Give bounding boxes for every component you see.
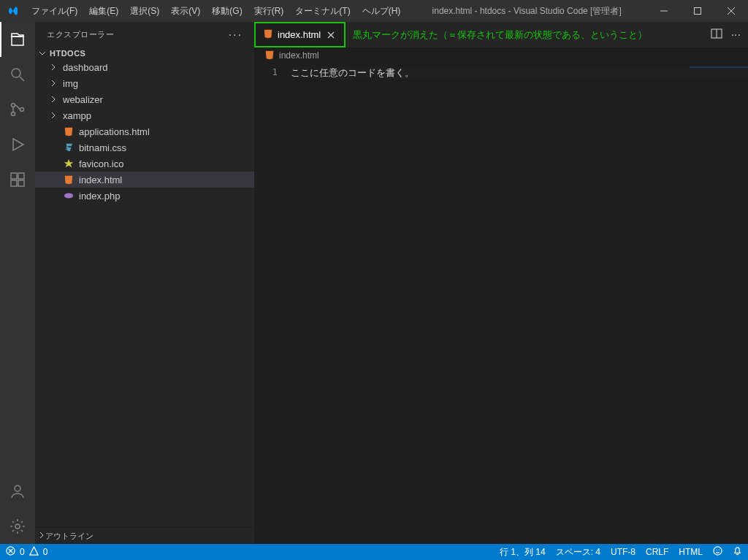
minimap-indicator (690, 66, 748, 68)
menu-edit[interactable]: 編集(E) (83, 0, 124, 22)
menu-select[interactable]: 選択(S) (124, 0, 165, 22)
svg-point-9 (20, 108, 24, 112)
chevron-right-icon (48, 64, 58, 71)
svg-rect-11 (18, 173, 24, 179)
svg-rect-10 (11, 173, 17, 179)
tree-item-webalizer[interactable]: webalizer (35, 91, 254, 107)
tree-item-xampp[interactable]: xampp (35, 107, 254, 123)
tree-item-label: xampp (63, 110, 91, 121)
activity-explorer[interactable] (0, 22, 35, 57)
chevron-down-icon (38, 50, 47, 57)
tree-item-label: applications.html (79, 126, 150, 137)
svg-point-5 (12, 69, 20, 77)
status-encoding[interactable]: UTF-8 (611, 547, 636, 557)
menu-view[interactable]: 表示(V) (165, 0, 206, 22)
outline-section[interactable]: アウトライン (35, 528, 254, 544)
fav-file-icon (63, 158, 75, 169)
tree-item-label: favicon.ico (79, 158, 123, 169)
tree-item-label: index.php (79, 191, 120, 202)
split-editor-icon[interactable] (711, 28, 722, 42)
tree-item-applications-html[interactable]: applications.html (35, 123, 254, 139)
tree-item-index-html[interactable]: index.html (35, 172, 254, 188)
annotation-text: 黒丸マークが消えた（＝保存されて最新の状態である、ということ） (346, 22, 654, 47)
menu-file[interactable]: ファイル(F) (26, 0, 83, 22)
breadcrumb-file[interactable]: index.html (279, 50, 319, 61)
svg-point-25 (714, 547, 722, 555)
svg-rect-12 (11, 180, 17, 186)
html-file-icon (63, 174, 75, 185)
activity-run-debug[interactable] (0, 127, 35, 162)
menu-help[interactable]: ヘルプ(H) (356, 0, 407, 22)
svg-line-6 (20, 77, 24, 81)
tab-index-html[interactable]: index.html (254, 22, 346, 47)
activity-source-control[interactable] (0, 92, 35, 127)
tab-close-button[interactable] (325, 29, 337, 41)
sidebar-title: エクスプローラー (47, 29, 114, 40)
chevron-right-icon (48, 96, 58, 103)
window-maximize-button[interactable] (681, 0, 714, 22)
tree-item-bitnami-css[interactable]: #bitnami.css (35, 139, 254, 156)
menu-run[interactable]: 実行(R) (248, 0, 290, 22)
tree-item-label: webalizer (63, 94, 103, 105)
svg-point-15 (15, 524, 20, 529)
errors-count[interactable]: 0 (20, 547, 25, 557)
status-cursor[interactable]: 行 1、列 14 (500, 546, 546, 559)
css-file-icon: # (63, 142, 75, 153)
warnings-icon[interactable] (29, 546, 39, 558)
vscode-logo-icon (0, 5, 26, 17)
svg-rect-4 (12, 37, 23, 45)
sidebar-more-icon[interactable]: ··· (229, 28, 243, 42)
status-language[interactable]: HTML (679, 547, 703, 557)
tree-item-dashboard[interactable]: dashboard (35, 59, 254, 75)
warnings-count[interactable]: 0 (43, 547, 48, 557)
tree-item-favicon-ico[interactable]: favicon.ico (35, 156, 254, 172)
line-number: 1 (254, 66, 278, 77)
code-line-1: ここに任意のコードを書く。 (291, 66, 748, 80)
window-minimize-button[interactable] (647, 0, 681, 22)
svg-rect-13 (18, 180, 24, 186)
activity-extensions[interactable] (0, 162, 35, 197)
activity-accounts[interactable] (0, 474, 35, 509)
activity-search[interactable] (0, 57, 35, 92)
tree-item-label: index.html (79, 174, 122, 185)
tree-item-label: dashboard (63, 62, 107, 73)
html-file-icon (264, 50, 275, 62)
svg-rect-1 (695, 8, 701, 15)
chevron-right-icon (48, 80, 58, 87)
menu-go[interactable]: 移動(G) (206, 0, 248, 22)
window-title: index.html - htdocs - Visual Studio Code… (406, 5, 647, 18)
svg-point-7 (12, 104, 15, 107)
folder-header[interactable]: HTDOCS (35, 47, 254, 59)
folder-name: HTDOCS (50, 49, 85, 58)
status-feedback-icon[interactable] (713, 546, 722, 558)
php-file-icon (63, 191, 75, 201)
tree-item-label: img (63, 78, 78, 89)
svg-point-8 (12, 112, 15, 116)
menu-terminal[interactable]: ターミナル(T) (289, 0, 356, 22)
window-close-button[interactable] (714, 0, 748, 22)
svg-text:#: # (66, 145, 69, 152)
status-bell-icon[interactable] (733, 546, 742, 558)
status-eol[interactable]: CRLF (646, 547, 668, 557)
tree-item-index-php[interactable]: index.php (35, 188, 254, 204)
tree-item-img[interactable]: img (35, 75, 254, 91)
editor-content[interactable]: ここに任意のコードを書く。 (291, 64, 748, 544)
tab-label: index.html (278, 29, 321, 40)
svg-point-17 (64, 193, 73, 199)
chevron-right-icon (38, 532, 45, 540)
tree-item-label: bitnami.css (79, 142, 126, 153)
outline-label: アウトライン (45, 531, 94, 542)
html-file-icon (63, 126, 75, 137)
activity-settings[interactable] (0, 509, 35, 544)
editor-more-icon[interactable]: ··· (731, 28, 741, 42)
svg-point-14 (15, 486, 20, 491)
html-file-icon (263, 28, 273, 41)
status-spaces[interactable]: スペース: 4 (556, 546, 600, 559)
chevron-right-icon (48, 112, 58, 119)
errors-icon[interactable] (6, 546, 15, 558)
